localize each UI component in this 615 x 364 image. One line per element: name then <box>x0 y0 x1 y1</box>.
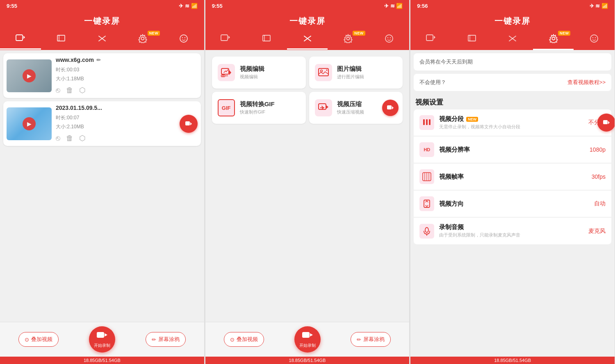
gif-icon: GIF <box>218 99 235 116</box>
video-actions-2: ⎋ 🗑 ⬡ <box>56 134 194 143</box>
play-thumb-2[interactable]: ▶ <box>23 117 36 130</box>
tab-tools-3[interactable] <box>492 33 533 48</box>
tab-videos-2[interactable] <box>205 33 246 48</box>
status-bar-2: 9:55 ✈ ≋ 📶 <box>205 0 410 11</box>
tab-face-2[interactable] <box>369 32 410 49</box>
compress-text: 视频压缩 快速压缩视频 <box>337 100 364 115</box>
setting-orientation[interactable]: 视频方向 自动 <box>414 191 611 217</box>
setting-audio[interactable]: 录制音频 由于受到系统限制，只能录制麦克风声音 麦克风 <box>414 218 611 244</box>
tool-gif-convert[interactable]: GIF 视频转换GIF 快速制作GIF <box>212 92 306 124</box>
tools-tab-icon-3 <box>508 34 517 45</box>
tool-compress[interactable]: 视频压缩 快速压缩视频 <box>309 92 403 124</box>
svg-point-28 <box>221 75 223 77</box>
video-actions-1: ⎋ 🗑 ⬡ <box>56 86 194 95</box>
face-tab-icon-1 <box>179 34 188 46</box>
tutorial-link[interactable]: 查看视频教程>> <box>567 79 606 86</box>
overlay-video-btn-2[interactable]: ⊙ 叠加视频 <box>224 332 264 347</box>
svg-point-20 <box>347 37 350 40</box>
svg-marker-11 <box>190 122 192 125</box>
thumbnail-2: ▶ <box>7 107 52 140</box>
record-fab-2[interactable] <box>180 115 198 133</box>
app-title-1: 一键录屏 <box>0 11 204 30</box>
svg-marker-13 <box>105 333 107 337</box>
tool-image-edit[interactable]: 图片编辑 进行图片编辑 <box>309 57 403 89</box>
tools-grid: 视频编辑 视频编辑 图片编辑 进行图片编辑 GIF 视频转换GIF 快 <box>209 53 406 127</box>
svg-rect-10 <box>185 121 190 125</box>
video-item-2: ▶ 2023.01.15.09.5... 时长:00:07 大小:2.10MB … <box>3 101 201 146</box>
settings-tab-icon-1 <box>138 34 147 46</box>
draw-icon-2: ✏ <box>357 337 361 343</box>
time-3: 9:56 <box>417 3 428 9</box>
tab-settings-3[interactable]: NEW <box>533 32 574 50</box>
svg-point-22 <box>387 37 388 38</box>
svg-point-21 <box>385 35 393 42</box>
tab-tools-1[interactable] <box>82 33 123 48</box>
help-row: 不会使用？ 查看视频教程>> <box>414 74 611 91</box>
svg-marker-1 <box>23 36 25 39</box>
tab-settings-1[interactable]: NEW <box>123 32 164 49</box>
export-icon-2[interactable]: ⬡ <box>79 134 86 143</box>
edit-icon-1[interactable]: ✏ <box>96 57 101 63</box>
svg-marker-25 <box>229 70 231 75</box>
svg-point-23 <box>390 37 390 38</box>
share-icon-1[interactable]: ⎋ <box>56 86 60 95</box>
video-meta-1: 时长:00:03 大小:1.18MB <box>56 66 194 83</box>
video-info-1: www.x6g.com ✏ 时长:00:03 大小:1.18MB ⎋ 🗑 ⬡ <box>52 57 198 95</box>
storage-bar-1: 18.85GB/51.54GB <box>0 357 204 364</box>
tab-tools-2[interactable] <box>287 33 328 50</box>
svg-rect-51 <box>603 120 608 124</box>
screen-draw-btn-2[interactable]: ✏ 屏幕涂鸦 <box>351 332 391 347</box>
panel-tools: 9:55 ✈ ≋ 📶 一键录屏 NEW <box>205 0 410 364</box>
setting-framerate[interactable]: 视频帧率 30fps <box>414 164 611 190</box>
svg-rect-34 <box>387 105 392 109</box>
overlay-video-btn-1[interactable]: ⊙ 叠加视频 <box>18 332 59 347</box>
start-record-btn-1[interactable]: 开始录制 <box>89 326 115 353</box>
setting-segment[interactable]: 视频分段 NEW 无需停止录制，视频将文件大小自动分段 不分段 <box>414 109 611 136</box>
panel-settings: 9:56 ✈ ≋ 📶 一键录屏 NEW <box>410 0 615 364</box>
tab-settings-2[interactable]: NEW <box>328 32 369 49</box>
delete-icon-2[interactable]: 🗑 <box>66 134 73 143</box>
svg-point-58 <box>425 228 428 232</box>
status-icons-1: ✈ ≋ 📶 <box>179 3 197 9</box>
tab-videos-1[interactable] <box>0 33 41 50</box>
setting-resolution[interactable]: HD 视频分辨率 1080p <box>414 136 611 163</box>
segment-icon <box>419 115 434 130</box>
trim-tab-icon-2 <box>262 34 271 45</box>
settings-content: 会员将在今天天后到期 不会使用？ 查看视频教程>> 视频设置 视频分段 NEW … <box>410 50 615 357</box>
compress-record-fab[interactable] <box>382 100 399 116</box>
overlay-icon-2: ⊙ <box>230 337 235 343</box>
svg-marker-32 <box>326 105 328 109</box>
svg-marker-15 <box>228 36 230 39</box>
status-icons-3: ✈ ≋ 📶 <box>590 3 608 9</box>
video-tab-icon-2 <box>221 34 230 45</box>
orientation-text: 视频方向 <box>439 200 589 208</box>
tab-videos-3[interactable] <box>410 33 451 48</box>
svg-point-6 <box>141 37 144 40</box>
thumbnail-1: ▶ <box>7 59 52 92</box>
tab-bar-3: NEW <box>410 30 615 50</box>
tab-face-1[interactable] <box>163 32 204 49</box>
start-record-btn-2[interactable]: 开始录制 <box>294 326 321 353</box>
share-icon-2[interactable]: ⎋ <box>56 134 60 143</box>
compress-icon <box>315 99 332 116</box>
segment-fab[interactable] <box>597 114 615 132</box>
audio-icon <box>419 224 434 239</box>
tab-face-3[interactable] <box>574 32 615 49</box>
export-icon-1[interactable]: ⬡ <box>79 86 86 95</box>
tab-trim-1[interactable] <box>41 33 82 48</box>
svg-rect-36 <box>302 332 310 338</box>
framerate-icon <box>419 169 434 184</box>
tools-tab-icon-2 <box>303 34 312 45</box>
play-thumb-1[interactable]: ▶ <box>23 69 36 82</box>
screen-draw-btn-1[interactable]: ✏ 屏幕涂鸦 <box>146 332 186 347</box>
tool-video-edit[interactable]: 视频编辑 视频编辑 <box>212 57 306 89</box>
tab-trim-2[interactable] <box>246 33 287 48</box>
svg-point-7 <box>180 35 187 42</box>
bottom-bar-1: ⊙ 叠加视频 开始录制 ✏ 屏幕涂鸦 <box>0 322 204 357</box>
time-1: 9:55 <box>7 3 17 9</box>
svg-rect-12 <box>97 332 104 338</box>
tab-trim-3[interactable] <box>451 33 492 48</box>
video-meta-2: 时长:00:07 大小:2.10MB <box>56 114 194 131</box>
trim-tab-icon-3 <box>467 34 476 45</box>
delete-icon-1[interactable]: 🗑 <box>66 86 73 95</box>
